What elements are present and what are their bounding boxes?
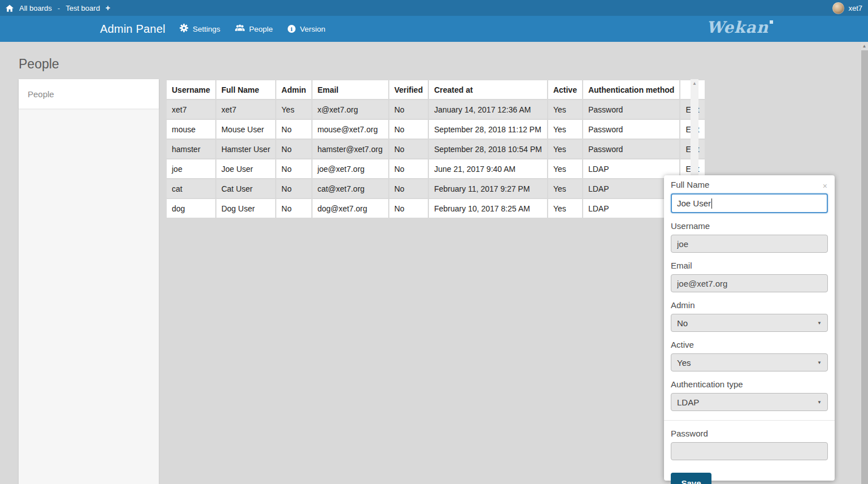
- nav-people-label: People: [249, 25, 273, 33]
- user-menu[interactable]: xet7: [832, 2, 868, 14]
- table-cell: February 11, 2017 9:27 PM: [429, 179, 547, 198]
- breadcrumb-separator: -: [58, 4, 60, 12]
- logo-dot: [770, 20, 773, 24]
- active-select-value: Yes: [677, 358, 691, 368]
- auth-type-select[interactable]: LDAP ▼: [671, 393, 828, 411]
- table-cell: June 21, 2017 9:40 AM: [429, 159, 547, 178]
- active-label: Active: [671, 340, 828, 349]
- table-cell: No: [389, 179, 428, 198]
- table-cell: No: [389, 199, 428, 218]
- table-cell: dog@xet7.org: [313, 199, 388, 218]
- column-header: Active: [548, 80, 582, 99]
- table-row: catCat UserNocat@xet7.orgNoFebruary 11, …: [167, 179, 705, 198]
- table-cell: Yes: [548, 199, 582, 218]
- chevron-down-icon: ▼: [817, 400, 822, 405]
- column-header: Full Name: [216, 80, 275, 99]
- people-table-wrap: UsernameFull NameAdminEmailVerifiedCreat…: [166, 79, 706, 219]
- table-cell: Yes: [548, 100, 582, 119]
- table-cell: Hamster User: [216, 140, 275, 158]
- password-input[interactable]: [671, 442, 828, 460]
- table-row: joeJoe UserNojoe@xet7.orgNoJune 21, 2017…: [167, 159, 705, 178]
- username-input[interactable]: [671, 235, 828, 253]
- text-caret: [711, 198, 712, 209]
- wekan-logo: Wekan: [706, 18, 773, 37]
- avatar[interactable]: [832, 2, 844, 14]
- username-label: Username: [671, 221, 828, 231]
- full-name-label: Full Name: [671, 180, 828, 189]
- table-row: dogDog UserNodog@xet7.orgNoFebruary 10, …: [167, 199, 705, 218]
- table-cell: No: [276, 120, 311, 139]
- chevron-down-icon: ▼: [817, 360, 822, 365]
- table-cell: hamster: [167, 140, 215, 158]
- info-icon: i: [288, 25, 296, 33]
- table-cell: No: [389, 120, 428, 139]
- table-cell: No: [389, 100, 428, 119]
- home-icon[interactable]: [6, 5, 14, 12]
- column-header: Verified: [389, 80, 428, 99]
- table-cell: February 10, 2017 8:25 AM: [429, 199, 547, 218]
- people-table: UsernameFull NameAdminEmailVerifiedCreat…: [166, 79, 706, 219]
- table-cell: Password: [583, 100, 679, 119]
- table-cell: Dog User: [216, 199, 275, 218]
- nav-settings[interactable]: Settings: [180, 24, 220, 34]
- table-cell: Yes: [548, 159, 582, 178]
- active-select[interactable]: Yes ▼: [671, 353, 828, 371]
- table-row: xet7xet7Yesx@xet7.orgNoJanuary 14, 2017 …: [167, 100, 705, 119]
- table-cell: No: [276, 159, 311, 178]
- close-icon[interactable]: ×: [823, 183, 827, 189]
- full-name-input[interactable]: Joe User: [671, 193, 828, 213]
- table-cell: Yes: [548, 179, 582, 198]
- table-cell: mouse: [167, 120, 215, 139]
- nav-version-label: Version: [300, 25, 326, 33]
- table-cell: hamster@xet7.org: [313, 140, 388, 158]
- table-header-row: UsernameFull NameAdminEmailVerifiedCreat…: [167, 80, 705, 99]
- breadcrumb-all-boards[interactable]: All boards: [19, 4, 52, 12]
- table-cell: Yes: [276, 100, 311, 119]
- admin-sidebar: People: [19, 79, 159, 484]
- scroll-up-icon[interactable]: ▲: [861, 42, 868, 50]
- column-header: Authentication method: [583, 80, 679, 99]
- table-row: mouseMouse UserNomouse@xet7.orgNoSeptemb…: [167, 120, 705, 139]
- table-cell: xet7: [167, 100, 215, 119]
- email-input[interactable]: [671, 274, 828, 292]
- table-cell: Yes: [548, 140, 582, 158]
- breadcrumb-board[interactable]: Test board: [66, 4, 100, 12]
- table-cell: cat@xet7.org: [313, 179, 388, 198]
- sidebar-item-people[interactable]: People: [19, 79, 159, 109]
- table-cell: Password: [583, 120, 679, 139]
- page-header-title: Admin Panel: [100, 16, 166, 42]
- save-button[interactable]: Save: [671, 473, 711, 484]
- nav-version[interactable]: i Version: [288, 25, 326, 33]
- nav-settings-label: Settings: [193, 25, 220, 33]
- table-cell: Yes: [548, 120, 582, 139]
- table-cell: cat: [167, 179, 215, 198]
- table-cell: joe: [167, 159, 215, 178]
- auth-type-select-value: LDAP: [677, 397, 699, 407]
- column-header: Email: [313, 80, 388, 99]
- app-root: All boards - Test board + xet7 Admin Pan…: [0, 0, 868, 484]
- column-header: Username: [167, 80, 215, 99]
- admin-select[interactable]: No ▼: [671, 314, 828, 332]
- nav-people[interactable]: People: [235, 24, 273, 33]
- table-cell: xet7: [216, 100, 275, 119]
- admin-select-value: No: [677, 318, 688, 328]
- popup-divider: [664, 420, 835, 421]
- add-board-icon[interactable]: +: [106, 3, 110, 12]
- scroll-up-icon[interactable]: ▲: [691, 79, 698, 87]
- wekan-logo-text: Wekan: [706, 18, 769, 37]
- table-cell: September 28, 2018 11:12 PM: [429, 120, 547, 139]
- scrollbar-thumb[interactable]: [861, 50, 868, 484]
- gear-icon: [180, 24, 188, 34]
- table-cell: x@xet7.org: [313, 100, 388, 119]
- table-cell: No: [276, 140, 311, 158]
- page-scrollbar[interactable]: ▲: [861, 42, 868, 484]
- email-label: Email: [671, 261, 828, 270]
- password-label: Password: [671, 429, 828, 438]
- edit-user-popup: × Full Name Joe User Username Email Admi…: [664, 175, 835, 481]
- top-bar: All boards - Test board + xet7: [0, 0, 868, 16]
- admin-nav: Settings People: [180, 16, 326, 42]
- table-cell: Mouse User: [216, 120, 275, 139]
- table-cell: joe@xet7.org: [313, 159, 388, 178]
- table-cell: January 14, 2017 12:36 AM: [429, 100, 547, 119]
- table-cell: dog: [167, 199, 215, 218]
